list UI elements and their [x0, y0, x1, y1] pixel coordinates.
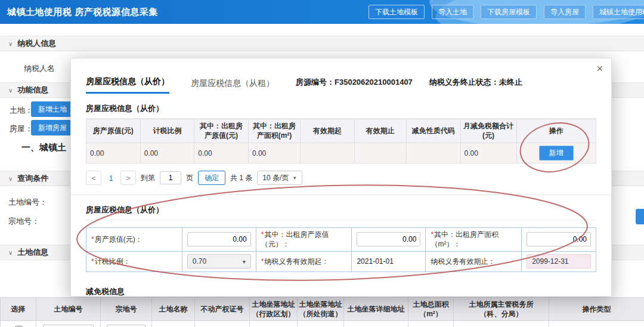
tax-ratio-label: *计税比例： — [86, 251, 182, 272]
valid-to-label: 纳税义务有效期止： — [426, 251, 522, 272]
total-count: 共 1 条 — [230, 173, 252, 183]
original-value-label: *房产原值(元)： — [86, 228, 182, 251]
form-row-2: *计税比例： 0.70 ▾ *纳税义务有效期起： 2021-01-01 纳税义务… — [86, 251, 596, 272]
label-text: 纳税义务有效期起： — [264, 257, 329, 266]
reduction-section-title: 减免税信息 — [86, 286, 596, 301]
add-row-button[interactable]: 新增 — [539, 146, 574, 161]
section-taxpayer-info[interactable]: ∨ 纳税人信息 — [0, 36, 644, 51]
download-land-template-button[interactable]: 下载土地模板 — [369, 5, 425, 19]
land-info-table: 选择 土地编号 宗地号 土地名称 不动产权证号 土地坐落地址 （行政区划） 土地… — [0, 297, 644, 327]
col-select: 选择 — [1, 298, 36, 321]
cell-valid-from — [301, 143, 355, 164]
land-no-label: 土地编号： — [8, 197, 47, 208]
import-land-button[interactable]: 导入土地 — [432, 5, 473, 19]
parcel-no-label: 宗地号： — [8, 216, 39, 227]
download-house-template-button[interactable]: 下载房屋模板 — [481, 5, 537, 19]
house-code: 房源编号：F35020620210001407 — [296, 77, 413, 94]
rented-value-input[interactable] — [357, 232, 420, 246]
goto-confirm-button[interactable]: 确定 — [198, 171, 225, 185]
house-code-label: 房源编号： — [296, 78, 335, 87]
tax-ratio-value: 0.70 — [193, 257, 206, 266]
prev-page-button[interactable]: < — [86, 171, 101, 185]
ad-valorem-data-row: 0.00 0.00 0.00 0.00 0.00 新增 — [86, 143, 596, 164]
page-size-select[interactable]: 10 条/页 ▼ — [257, 171, 302, 185]
ad-valorem-header-row: 房产原值(元) 计税比例 其中：出租房产原值(元) 其中：出租房产面积(m²) … — [86, 119, 596, 143]
section-divider — [71, 195, 611, 195]
col-reduction-code: 减免性质代码 — [406, 119, 460, 143]
cell-original-value: 0.00 — [86, 143, 141, 164]
cell-rented-value: 0.00 — [194, 143, 249, 164]
cell-reduction-code — [406, 143, 460, 164]
col-valid-to: 有效期止 — [354, 119, 406, 143]
tax-ratio-select[interactable]: 0.70 ▾ — [187, 254, 251, 269]
tab-house-tax-rental[interactable]: 房屋应税信息（从租） — [191, 78, 274, 94]
cell-valid-to — [354, 143, 406, 164]
import-house-button[interactable]: 导入房屋 — [544, 5, 586, 19]
valid-to-readonly-field: 2099-12-31 — [527, 254, 591, 269]
taxpayer-name-label: 纳税人名 — [24, 63, 55, 74]
add-house-button[interactable]: 新增房屋 — [31, 120, 74, 135]
col-monthly-reduction: 月减免税额合计(元) — [460, 119, 516, 143]
land-no-cell-input[interactable] — [43, 325, 93, 327]
next-page-button[interactable]: > — [120, 171, 136, 185]
collapse-caret-icon: ∨ — [8, 41, 13, 47]
valid-from-value[interactable]: 2021-01-01 — [357, 257, 393, 266]
rented-area-label: *其中：出租房产面积（m²）： — [426, 228, 522, 251]
pagination: < 1 > 到第 页 确定 共 1 条 10 条/页 ▼ — [86, 171, 596, 185]
cell-monthly-reduction: 0.00 — [460, 143, 516, 164]
modal-tabs-row: 房屋应税信息（从价） 房屋应税信息（从租） 房源编号：F350206202100… — [86, 76, 596, 94]
table-section-title: 房屋应税信息（从价） — [86, 103, 596, 119]
land-row-label: 土地： — [10, 105, 33, 116]
dropdown-arrow-icon: ▼ — [292, 175, 297, 181]
select-caret-icon: ▾ — [243, 258, 246, 265]
form-row-1: *房产原值(元)： *其中：出租房产原值（元）： *其中：出租房产面积（m²）： — [86, 228, 596, 251]
label-text: 计税比例： — [95, 257, 131, 266]
rented-area-input[interactable] — [527, 232, 591, 246]
parcel-no-cell-input[interactable] — [107, 325, 145, 327]
rented-value-label: *其中：出租房产原值（元）： — [256, 228, 352, 251]
land-table-row — [1, 321, 644, 327]
header-button-group: 下载土地模板 导入土地 下载房屋模板 导入房屋 城镇土地使用税 房产 — [369, 5, 644, 19]
col-rented-area: 其中：出租房产面积(m²) — [248, 119, 300, 143]
ad-valorem-form: *房产原值(元)： *其中：出租房产原值（元）： *其中：出租房产面积（m²）：… — [86, 227, 596, 272]
page-size-value: 10 条/页 — [262, 173, 289, 183]
section-function-title: 功能信息 — [17, 85, 48, 95]
collapse-caret-icon: ∨ — [8, 87, 13, 94]
close-icon[interactable]: × — [596, 63, 603, 74]
col-tax-ratio: 计税比例 — [140, 119, 194, 143]
goto-label: 到第 — [141, 173, 155, 183]
app-header: 城镇土地使用税 房产税税源信息采集 下载土地模板 导入土地 下载房屋模板 导入房… — [0, 0, 644, 24]
original-value-input[interactable] — [187, 232, 251, 246]
termination-status: 纳税义务终止状态：未终止 — [429, 77, 522, 94]
land-house-tax-button[interactable]: 城镇土地使用税 房产 — [593, 5, 644, 19]
collapse-caret-icon: ∨ — [8, 249, 13, 256]
ad-valorem-table: 房产原值(元) 计税比例 其中：出租房产原值(元) 其中：出租房产面积(m²) … — [86, 119, 596, 164]
col-operation: 操作 — [516, 119, 596, 143]
label-text: 其中：出租房产原值（元）： — [261, 230, 329, 248]
collapse-caret-icon: ∨ — [8, 175, 13, 182]
col-valid-from: 有效期起 — [301, 119, 355, 143]
page-number[interactable]: 1 — [106, 174, 116, 183]
goto-page-input[interactable] — [160, 171, 181, 184]
required-mark: * — [91, 235, 94, 243]
status-value: 未终止 — [499, 78, 522, 87]
house-tax-modal: × 房屋应税信息（从价） 房屋应税信息（从租） 房源编号：F3502062021… — [70, 58, 612, 297]
label-text: 房产原值(元)： — [95, 235, 143, 243]
cell-rented-area: 0.00 — [248, 143, 300, 164]
modal-body: 房屋应税信息（从价） 房屋应税信息（从租） 房源编号：F350206202100… — [71, 58, 611, 296]
app-title: 城镇土地使用税 房产税税源信息采集 — [7, 7, 158, 18]
page-main-heading: 一、城镇土 — [21, 142, 66, 153]
query-button-partial[interactable] — [636, 209, 644, 224]
cell-tax-ratio: 0.00 — [140, 143, 194, 164]
house-code-value: F35020620210001407 — [335, 78, 413, 87]
label-text: 纳税义务有效期止： — [431, 257, 495, 266]
required-mark: * — [261, 230, 264, 239]
tab-house-tax-ad-valorem[interactable]: 房屋应税信息（从价） — [86, 76, 169, 94]
section-land-title: 土地信息 — [17, 247, 48, 258]
form-section-title: 房屋应税信息（从价） — [86, 205, 596, 220]
section-query-title: 查询条件 — [17, 173, 48, 184]
add-land-button[interactable]: 新增土地 — [31, 101, 74, 117]
section-taxpayer-title: 纳税人信息 — [17, 38, 56, 49]
required-mark: * — [91, 257, 94, 266]
valid-to-value: 2099-12-31 — [532, 257, 568, 266]
